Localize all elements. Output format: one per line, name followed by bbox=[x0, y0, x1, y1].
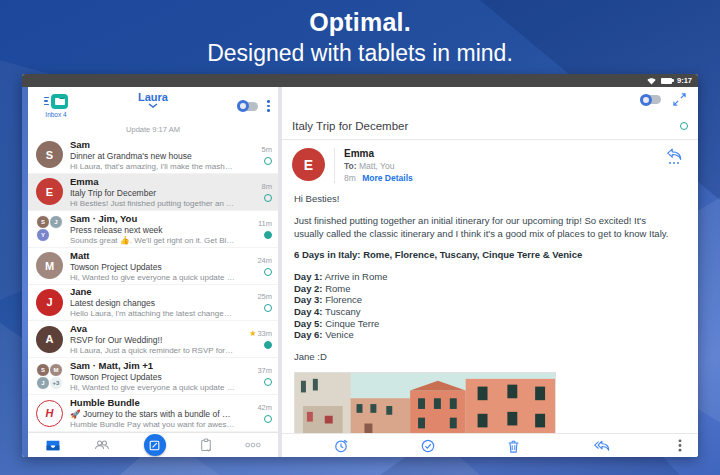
reading-toggle[interactable] bbox=[640, 95, 661, 104]
email-subject: Press release next week bbox=[70, 225, 235, 235]
expand-icon[interactable] bbox=[673, 93, 686, 106]
message-toolbar bbox=[282, 433, 698, 457]
list-filter-toggle[interactable] bbox=[237, 102, 258, 111]
reply-all-icon[interactable] bbox=[593, 439, 610, 452]
email-row[interactable]: SMJ+3 Sam · Matt, Jim +1 Towson Project … bbox=[28, 358, 278, 395]
to-label: To: bbox=[344, 161, 357, 171]
itinerary-day: Day 2: Rome bbox=[294, 283, 678, 295]
star-icon: ★ bbox=[249, 329, 256, 338]
message-time: 8m bbox=[344, 173, 356, 183]
email-preview: Sounds great 👍. We'll get right on it. G… bbox=[70, 236, 235, 245]
day-label: Day 6: bbox=[294, 329, 323, 340]
unread-indicator[interactable] bbox=[264, 304, 272, 312]
email-preview: Hi, Wanted to give everyone a quick upda… bbox=[70, 383, 235, 392]
recipient-line: To: Matt, You bbox=[344, 161, 413, 171]
email-subject: RSVP for Our Wedding!! bbox=[70, 335, 235, 345]
banner-subtitle: Designed with tablets in mind. bbox=[0, 40, 720, 67]
day-label: Day 4: bbox=[294, 306, 323, 317]
tab-compose[interactable] bbox=[144, 434, 166, 456]
snooze-icon[interactable] bbox=[334, 439, 348, 453]
itinerary-day: Day 6: Venice bbox=[294, 329, 678, 341]
update-status: Update 9:17 AM bbox=[28, 125, 278, 137]
sender-name: Sam bbox=[70, 139, 235, 150]
email-subject: Towson Project Updates bbox=[70, 262, 235, 272]
email-row[interactable]: A Ava RSVP for Our Wedding!! Hi Laura, J… bbox=[28, 321, 278, 358]
email-row[interactable]: H Humble Bundle 🚀 Journey to the stars w… bbox=[28, 395, 278, 432]
email-preview: Humble Bundle Pay what you want for awes… bbox=[70, 420, 235, 429]
email-time: 33m bbox=[257, 329, 272, 338]
unread-indicator[interactable] bbox=[264, 231, 272, 239]
email-row[interactable]: J Jane Latest design changes Hello Laura… bbox=[28, 285, 278, 322]
avatar: S bbox=[36, 141, 63, 168]
tab-more[interactable] bbox=[245, 442, 261, 448]
avatar: E bbox=[36, 178, 63, 205]
day-text: Tuscany bbox=[325, 306, 361, 317]
email-time: 11m bbox=[258, 219, 272, 228]
day-label: Day 3: bbox=[294, 294, 323, 305]
email-time: 25m bbox=[257, 292, 272, 301]
email-subject: Towson Project Updates bbox=[70, 372, 235, 382]
email-subject: Latest design changes bbox=[70, 298, 235, 308]
email-time: 37m bbox=[257, 366, 272, 375]
unread-indicator[interactable] bbox=[264, 378, 272, 386]
list-overflow-menu-icon[interactable] bbox=[267, 100, 270, 112]
banner-title: Optimal. bbox=[0, 8, 720, 37]
attached-photo[interactable] bbox=[294, 372, 556, 433]
bluemail-account-icon bbox=[44, 94, 68, 110]
unread-indicator[interactable] bbox=[264, 268, 272, 276]
reply-options-icon[interactable] bbox=[669, 162, 680, 164]
avatar: M bbox=[36, 252, 63, 279]
email-row[interactable]: SJY Sam · Jim, You Press release next we… bbox=[28, 211, 278, 248]
avatar-group: SMJ+3 bbox=[36, 363, 63, 390]
inbox-icon bbox=[45, 439, 61, 452]
message-status-icon[interactable] bbox=[680, 122, 688, 130]
tab-contacts[interactable] bbox=[94, 439, 110, 451]
unread-indicator[interactable] bbox=[264, 194, 272, 202]
email-row[interactable]: M Matt Towson Project Updates Hi, Wanted… bbox=[28, 248, 278, 285]
unread-indicator[interactable] bbox=[264, 157, 272, 165]
day-text: Arrive in Rome bbox=[325, 271, 388, 282]
day-text: Rome bbox=[325, 283, 350, 294]
sender-block: E Emma To: Matt, You 8m More Details bbox=[282, 140, 698, 187]
itinerary-day: Day 1: Arrive in Rome bbox=[294, 271, 678, 283]
email-time: 8m bbox=[262, 182, 272, 191]
mark-done-icon[interactable] bbox=[421, 439, 435, 453]
body-greeting: Hi Besties! bbox=[294, 193, 678, 206]
sender-name: Sam · Jim, You bbox=[70, 213, 235, 224]
email-time: 24m bbox=[257, 256, 272, 265]
reading-pane: Italy Trip for December E Emma To: Matt,… bbox=[282, 87, 698, 457]
account-switcher[interactable]: Inbox 4 bbox=[36, 94, 76, 119]
status-time: 9:17 bbox=[677, 76, 692, 85]
unread-indicator[interactable] bbox=[264, 341, 272, 349]
wifi-icon bbox=[647, 77, 656, 85]
email-row[interactable]: S Sam Dinner at Grandma's new house Hi L… bbox=[28, 137, 278, 174]
list-header: Inbox 4 Laura bbox=[28, 87, 278, 125]
sender-name: Matt bbox=[70, 250, 235, 261]
email-time: 42m bbox=[257, 403, 272, 412]
sender-name: Humble Bundle bbox=[70, 397, 235, 408]
sender-name: Jane bbox=[70, 286, 235, 297]
sender-name: Ava bbox=[70, 323, 235, 334]
body-signoff: Jane :D bbox=[294, 351, 678, 364]
tablet-screenshot: 9:17 Inbox 4 Laura bbox=[22, 74, 698, 457]
email-preview: Hi, Wanted to give everyone a quick upda… bbox=[70, 273, 235, 282]
reply-icon[interactable] bbox=[666, 148, 682, 161]
itinerary-day: Day 4: Tuscany bbox=[294, 306, 678, 318]
email-row[interactable]: E Emma Italy Trip for December Hi Bestie… bbox=[28, 174, 278, 211]
body-heading: 6 Days in Italy: Rome, Florence, Tuscany… bbox=[294, 249, 678, 262]
delete-icon[interactable] bbox=[507, 439, 520, 453]
to-names: Matt, You bbox=[359, 161, 394, 171]
unread-indicator[interactable] bbox=[264, 415, 272, 423]
tab-inbox[interactable] bbox=[45, 439, 61, 452]
promo-banner: Optimal. Designed with tablets in mind. bbox=[0, 8, 720, 67]
email-list-panel: Inbox 4 Laura Update 9:17 AM S Sam Dinne… bbox=[28, 87, 278, 457]
more-details-link[interactable]: More Details bbox=[362, 173, 413, 183]
email-preview: Hi Besties! Just finished putting togeth… bbox=[70, 199, 235, 208]
email-list: S Sam Dinner at Grandma's new house Hi L… bbox=[28, 137, 278, 432]
toolbar-overflow-icon[interactable] bbox=[678, 439, 682, 452]
tab-tasks[interactable] bbox=[200, 438, 212, 452]
more-circles-icon bbox=[245, 442, 261, 448]
email-preview: Hi Laura, that's amazing, I'll make the … bbox=[70, 162, 235, 171]
clipboard-icon bbox=[200, 438, 212, 452]
itinerary-day: Day 5: Cinque Terre bbox=[294, 318, 678, 330]
